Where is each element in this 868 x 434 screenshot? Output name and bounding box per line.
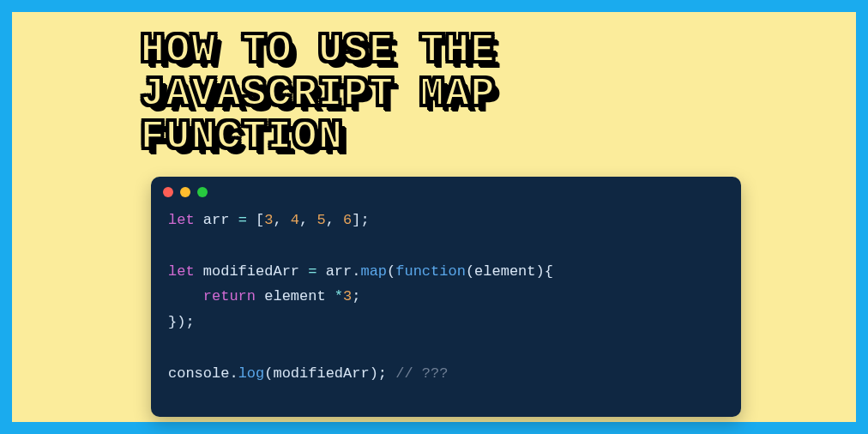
page-title: HOW TO USE THE JAVASCRIPT MAP FUNCTION — [141, 29, 496, 160]
code-token: log — [238, 365, 265, 382]
code-token: ( — [387, 263, 395, 280]
window-titlebar — [151, 177, 741, 202]
code-token: ( — [466, 263, 474, 280]
code-token: modifiedArr — [273, 365, 369, 382]
code-token — [195, 212, 203, 228]
code-token: // ??? — [395, 365, 448, 382]
code-token: { — [545, 263, 553, 280]
code-token: = — [308, 263, 316, 280]
zoom-icon — [197, 187, 208, 197]
code-token: let — [168, 212, 195, 228]
code-token — [299, 263, 308, 280]
code-token: function — [395, 263, 466, 280]
code-token: , — [326, 212, 343, 228]
code-token: arr — [326, 263, 353, 280]
code-token: 6 — [343, 212, 352, 228]
code-token — [168, 288, 203, 304]
code-token: return — [203, 288, 256, 304]
code-token — [247, 212, 256, 228]
code-token: ( — [264, 365, 273, 382]
code-token: [ — [256, 212, 264, 228]
code-token: console — [168, 365, 229, 382]
code-token: . — [229, 365, 238, 382]
code-token: element — [474, 263, 535, 280]
minimize-icon — [180, 187, 190, 197]
code-token: }); — [168, 314, 195, 330]
code-token: 5 — [316, 212, 325, 228]
code-block: let arr = [3, 4, 5, 6]; let modifiedArr … — [151, 202, 741, 401]
code-token — [326, 288, 335, 304]
close-icon — [163, 187, 173, 197]
code-token: element — [264, 288, 325, 304]
code-token: , — [299, 212, 316, 228]
code-token: arr — [203, 212, 230, 228]
code-token — [229, 212, 238, 228]
code-token: , — [273, 212, 290, 228]
code-token: modifiedArr — [203, 263, 299, 280]
code-window: let arr = [3, 4, 5, 6]; let modifiedArr … — [151, 177, 741, 417]
code-token — [256, 288, 264, 304]
code-token: ; — [352, 288, 360, 304]
code-token: let — [168, 263, 195, 280]
code-token: map — [360, 263, 387, 280]
code-token: ); — [370, 365, 387, 382]
code-token: 3 — [343, 288, 352, 304]
code-token: ]; — [352, 212, 369, 228]
code-token — [195, 263, 203, 280]
code-token: 4 — [291, 212, 299, 228]
code-token: ) — [536, 263, 545, 280]
code-token: 3 — [264, 212, 273, 228]
code-token: . — [352, 263, 360, 280]
code-token: * — [335, 288, 343, 304]
code-token — [387, 365, 395, 382]
code-token — [316, 263, 325, 280]
code-token: = — [238, 212, 247, 228]
